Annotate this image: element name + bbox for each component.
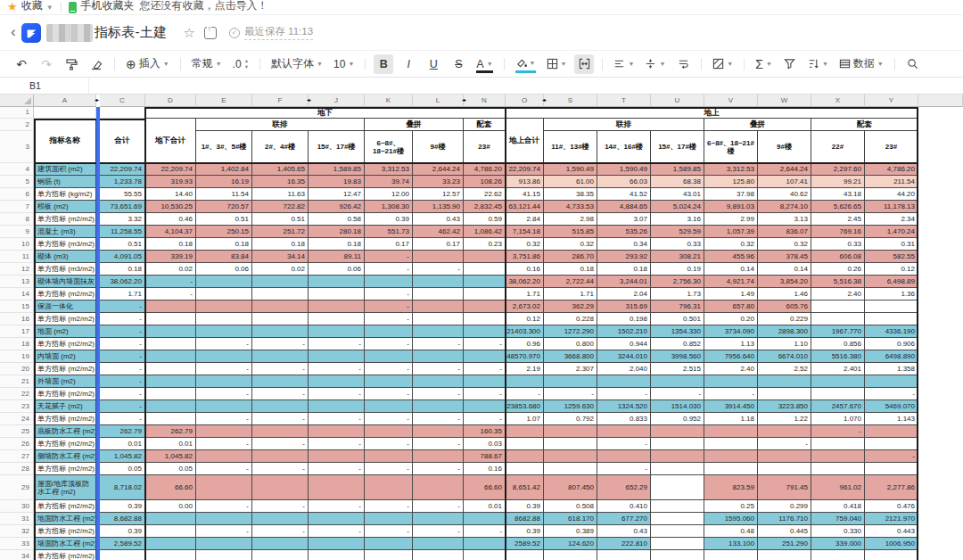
row-header-26[interactable]: 26 — [0, 438, 34, 450]
cell-X12[interactable]: 0.26 — [811, 263, 865, 276]
cell-O31[interactable]: 8682.88 — [506, 513, 544, 525]
cell-C8[interactable]: 3.32 — [100, 213, 145, 226]
insert-button[interactable]: ⊕ 插入 ▼ — [123, 54, 172, 74]
cell-S32[interactable]: 0.389 — [544, 525, 597, 538]
cell-E11[interactable]: 83.84 — [196, 251, 252, 263]
cell-O33[interactable]: 2589.52 — [506, 538, 544, 550]
cell-V6[interactable]: 37.98 — [704, 188, 758, 201]
cell-Y11[interactable]: 582.55 — [865, 251, 918, 263]
cell-S14[interactable]: 1.71 — [544, 288, 597, 301]
cell-E34[interactable] — [196, 550, 252, 560]
cell-Y15[interactable] — [865, 301, 918, 313]
cell-C31[interactable]: 8,682.88 — [100, 513, 145, 525]
cell-T5[interactable]: 66.03 — [597, 176, 651, 188]
cell-X4[interactable]: 2,297.60 — [811, 163, 865, 176]
cell-O11[interactable]: 3,751.86 — [506, 251, 544, 263]
cell-O27[interactable] — [506, 450, 544, 463]
cell-E6[interactable]: 11.54 — [196, 188, 252, 201]
cell-W5[interactable]: 107.41 — [758, 176, 811, 188]
row-header-4[interactable]: 4 — [0, 163, 34, 176]
cell-K13[interactable] — [365, 276, 413, 288]
cell-O34[interactable] — [506, 550, 544, 560]
row-header-8[interactable]: 8 — [0, 213, 34, 226]
header-ug-lianpai[interactable]: 联排 — [196, 119, 365, 131]
cell-C23[interactable]: - — [100, 400, 145, 413]
borders-button[interactable]: ▼ — [544, 54, 570, 74]
cell-F6[interactable]: 11.63 — [252, 188, 309, 201]
cell-V8[interactable]: 2.99 — [704, 213, 758, 226]
row-label-13[interactable]: 砌体墙内墙面抹灰 — [34, 276, 96, 288]
cell-W20[interactable]: 2.52 — [758, 363, 811, 375]
cell-T28[interactable]: - — [597, 463, 651, 475]
cell-D5[interactable]: 319.93 — [145, 176, 196, 188]
select-all-corner[interactable] — [0, 95, 34, 107]
cell-L9[interactable]: 462.42 — [413, 226, 464, 238]
cell-T11[interactable]: 293.92 — [597, 251, 651, 263]
cell-F33[interactable] — [252, 538, 309, 550]
cell-K7[interactable]: 1,308.30 — [365, 201, 413, 213]
cell-U26[interactable] — [651, 438, 704, 450]
cell-E7[interactable]: 720.57 — [196, 201, 252, 213]
cell-Y10[interactable]: 0.31 — [865, 238, 918, 251]
row-header-10[interactable]: 10 — [0, 238, 34, 251]
row-label-28[interactable]: 单方指标 (m2/m2) — [34, 463, 96, 475]
cell-N31[interactable] — [464, 513, 506, 525]
row-header-29[interactable]: 29 — [0, 475, 34, 500]
cell-S19[interactable]: 3668.800 — [544, 350, 597, 363]
cell-U7[interactable]: 5,024.24 — [651, 201, 704, 213]
cell-Y4[interactable]: 4,786.20 — [865, 163, 918, 176]
cell-N6[interactable]: 22.62 — [464, 188, 506, 201]
row-label-17[interactable]: 地面 (m2) — [34, 325, 96, 338]
cell-T12[interactable]: 0.18 — [597, 263, 651, 276]
cell-U4[interactable]: 1,589.85 — [651, 163, 704, 176]
cell-O16[interactable]: 0.12 — [506, 313, 544, 325]
row-label-34[interactable]: 单方指标 (m2/m2) — [34, 550, 96, 560]
cell-F4[interactable]: 1,405.65 — [252, 163, 309, 176]
cell-C7[interactable]: 73,651.69 — [100, 201, 145, 213]
cell-F34[interactable] — [252, 550, 309, 560]
cell-U21[interactable] — [651, 375, 704, 388]
cell-L25[interactable] — [413, 425, 464, 438]
cell-T6[interactable]: 41.52 — [597, 188, 651, 201]
cell-J26[interactable]: - — [309, 438, 365, 450]
cell-style-button[interactable]: ▼ — [710, 54, 736, 74]
cell-J30[interactable]: - — [309, 500, 365, 513]
cell-K30[interactable]: - — [365, 500, 413, 513]
cell-F12[interactable]: 0.02 — [252, 263, 309, 276]
cell-L34[interactable] — [413, 550, 464, 560]
cell-W33[interactable]: 251.290 — [758, 538, 811, 550]
cell-N4[interactable]: 4,786.20 — [464, 163, 506, 176]
cell-K14[interactable]: - — [365, 288, 413, 301]
row-header-21[interactable]: 21 — [0, 375, 34, 388]
cell-N10[interactable]: 0.23 — [464, 238, 506, 251]
cell-D10[interactable]: 0.18 — [145, 238, 196, 251]
cell-E17[interactable] — [196, 325, 252, 338]
col-header-S[interactable]: S — [544, 95, 597, 107]
row-header-18[interactable]: 18 — [0, 338, 34, 350]
cell-O4[interactable]: 22,209.74 — [506, 163, 544, 176]
cell-S11[interactable]: 286.70 — [544, 251, 597, 263]
cell-S26[interactable] — [544, 438, 597, 450]
cell-X18[interactable]: 0.856 — [811, 338, 865, 350]
cell-O6[interactable]: 41.15 — [506, 188, 544, 201]
cell-O21[interactable] — [506, 375, 544, 388]
cell-J19[interactable] — [309, 350, 365, 363]
row-label-18[interactable]: 单方指标 (m2/m2) — [34, 338, 96, 350]
cell-X11[interactable]: 606.08 — [811, 251, 865, 263]
cell-O17[interactable]: 21403.300 — [506, 325, 544, 338]
cell-J20[interactable]: - — [309, 363, 365, 375]
cell-C25[interactable]: 262.79 — [100, 425, 145, 438]
cell-V19[interactable]: 7956.640 — [704, 350, 758, 363]
cell-L11[interactable] — [413, 251, 464, 263]
cell-S31[interactable]: 618.170 — [544, 513, 597, 525]
cell-F17[interactable] — [252, 325, 309, 338]
cell-O24[interactable]: 1.07 — [506, 413, 544, 425]
cell-E5[interactable]: 16.19 — [196, 176, 252, 188]
cell-V23[interactable]: 3914.450 — [704, 400, 758, 413]
header-building-L[interactable]: 9#楼 — [413, 131, 464, 163]
cell-C15[interactable]: - — [100, 301, 145, 313]
cell-D4[interactable]: 22,209.74 — [145, 163, 196, 176]
cell-E8[interactable]: 0.51 — [196, 213, 252, 226]
cell-S15[interactable]: 362.29 — [544, 301, 597, 313]
row-header-1[interactable]: 1 — [0, 107, 34, 119]
